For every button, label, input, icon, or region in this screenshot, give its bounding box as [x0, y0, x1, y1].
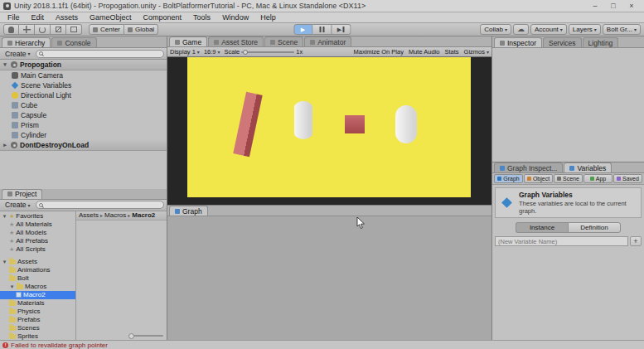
tab-graph[interactable]: Graph	[169, 206, 208, 216]
maximize-button[interactable]: □	[604, 1, 622, 12]
rect-tool-button[interactable]	[66, 24, 82, 35]
expander-icon[interactable]: ▾	[2, 61, 8, 68]
scope-tab-graph[interactable]: Graph	[494, 174, 523, 183]
breadcrumb-macros[interactable]: Macros	[104, 211, 126, 219]
aspect-dropdown[interactable]: 16:9▾	[204, 48, 220, 56]
menu-edit[interactable]: Edit	[26, 13, 51, 22]
menu-file[interactable]: File	[2, 13, 26, 22]
folder-scenes[interactable]: Scenes	[0, 324, 75, 332]
app-scope-icon	[590, 177, 594, 181]
mute-audio-toggle[interactable]: Mute Audio	[409, 48, 440, 56]
scope-tab-saved[interactable]: Saved	[613, 174, 642, 183]
inspector-content	[492, 48, 644, 162]
tab-project[interactable]: Project	[2, 189, 42, 199]
folder-prefabs[interactable]: Prefabs	[0, 316, 75, 324]
scope-tab-app[interactable]: App	[583, 174, 613, 183]
project-item-macro2[interactable]: Macro2	[0, 291, 75, 299]
slider-knob[interactable]	[243, 50, 248, 55]
rotate-tool-button[interactable]	[35, 24, 51, 35]
breadcrumb-macro2[interactable]: Macro2	[132, 211, 155, 219]
add-variable-button[interactable]: +	[630, 236, 642, 246]
menu-tools[interactable]: Tools	[187, 13, 216, 22]
project-search-input[interactable]	[45, 201, 161, 208]
tab-asset-store[interactable]: Asset Store	[208, 36, 264, 46]
hierarchy-item-cube[interactable]: Cube	[0, 100, 167, 110]
step-button[interactable]: ▶	[332, 24, 351, 35]
favorite-all-models[interactable]: ★All Models	[0, 229, 75, 237]
mode-tab-definition[interactable]: Definition	[568, 222, 621, 233]
scope-tab-object[interactable]: Object	[524, 174, 553, 183]
project-content-grid[interactable]	[76, 221, 167, 332]
scale-tool-button[interactable]	[51, 24, 66, 35]
menu-component[interactable]: Component	[138, 13, 188, 22]
menu-assets[interactable]: Assets	[50, 13, 84, 22]
account-dropdown[interactable]: Account▾	[530, 24, 567, 35]
hierarchy-item-scene-variables[interactable]: Scene Variables	[0, 80, 167, 90]
mode-tab-instance[interactable]: Instance	[516, 222, 568, 233]
favorite-all-materials[interactable]: ★All Materials	[0, 221, 75, 229]
menu-window[interactable]: Window	[216, 13, 254, 22]
game-tabbar: Game Asset Store Scene Animator	[167, 36, 491, 47]
tab-inspector[interactable]: Inspector	[494, 37, 542, 47]
scene-header-propogation[interactable]: ▾ Propogation	[0, 60, 167, 70]
thumbnail-zoom-slider[interactable]	[128, 335, 163, 337]
breadcrumb-assets[interactable]: Assets	[79, 211, 99, 219]
play-button[interactable]: ▶	[293, 24, 312, 35]
favorites-root[interactable]: ▾★Favorites	[0, 212, 75, 221]
tab-lighting[interactable]: Lighting	[583, 37, 619, 47]
hierarchy-create-button[interactable]: Create▾	[2, 49, 33, 59]
menu-help[interactable]: Help	[254, 13, 282, 22]
space-toggle-button[interactable]: Global	[124, 24, 158, 35]
hierarchy-item-main-camera[interactable]: Main Camera	[0, 70, 167, 80]
tab-services[interactable]: Services	[543, 37, 582, 47]
folder-sprites[interactable]: Sprites	[0, 332, 75, 341]
tab-game[interactable]: Game	[169, 36, 207, 46]
hand-tool-button[interactable]	[3, 24, 19, 35]
display-dropdown[interactable]: Display 1▾	[170, 48, 200, 56]
scale-slider[interactable]	[241, 51, 294, 53]
hierarchy-item-capsule[interactable]: Capsule	[0, 110, 167, 120]
graph-canvas[interactable]	[167, 216, 491, 340]
hierarchy-item-prism[interactable]: Prism	[0, 120, 167, 130]
pivot-toggle-button[interactable]: Center	[89, 24, 124, 35]
project-search-box	[36, 201, 164, 209]
hierarchy-item-directional-light[interactable]: Directional Light	[0, 90, 167, 100]
maximize-on-play-toggle[interactable]: Maximize On Play	[354, 48, 404, 56]
status-message[interactable]: Failed to revalidate graph pointer	[11, 342, 108, 349]
collab-dropdown[interactable]: Collab▾	[480, 24, 511, 35]
hierarchy-item-cylinder[interactable]: Cylinder	[0, 130, 167, 140]
project-create-button[interactable]: Create▾	[2, 200, 33, 210]
folder-materials[interactable]: Materials	[0, 299, 75, 308]
tab-console[interactable]: Console	[51, 37, 96, 47]
scene-header-dontdestroyonload[interactable]: ▸ DontDestroyOnLoad	[0, 140, 167, 151]
menu-gameobject[interactable]: GameObject	[84, 13, 138, 22]
assets-root[interactable]: ▾Assets	[0, 258, 75, 266]
new-variable-input[interactable]	[495, 236, 628, 246]
graph-tab-icon	[175, 209, 180, 214]
expander-icon[interactable]: ▸	[2, 142, 8, 148]
hierarchy-search-input[interactable]	[45, 51, 161, 57]
close-button[interactable]: ×	[622, 1, 641, 12]
layers-dropdown[interactable]: Layers▾	[569, 24, 601, 35]
folder-bolt[interactable]: Bolt	[0, 274, 75, 283]
favorite-all-prefabs[interactable]: ★All Prefabs	[0, 237, 75, 245]
gizmos-dropdown[interactable]: Gizmos▾	[464, 48, 489, 56]
folder-animations[interactable]: Animations	[0, 266, 75, 274]
favorite-all-scripts[interactable]: ★All Scripts	[0, 245, 75, 254]
tab-hierarchy[interactable]: Hierarchy	[2, 37, 51, 47]
tab-animator[interactable]: Animator	[304, 36, 351, 46]
tab-variables[interactable]: Variables	[564, 162, 612, 172]
move-tool-button[interactable]	[19, 24, 35, 35]
layout-dropdown[interactable]: Bolt Gr...▾	[603, 24, 641, 35]
minimize-button[interactable]: –	[586, 1, 604, 12]
cloud-services-button[interactable]: ☁	[513, 24, 529, 35]
tab-scene[interactable]: Scene	[264, 36, 303, 46]
game-viewport[interactable]	[187, 57, 471, 197]
stats-toggle[interactable]: Stats	[444, 48, 458, 56]
pause-button[interactable]	[312, 24, 332, 35]
tab-graph-inspector[interactable]: Graph Inspect...	[494, 162, 563, 172]
folder-physics[interactable]: Physics	[0, 308, 75, 316]
folder-macros[interactable]: ▾Macros	[0, 283, 75, 291]
scope-tab-scene[interactable]: Scene	[554, 174, 583, 183]
slider-knob[interactable]	[128, 333, 134, 339]
